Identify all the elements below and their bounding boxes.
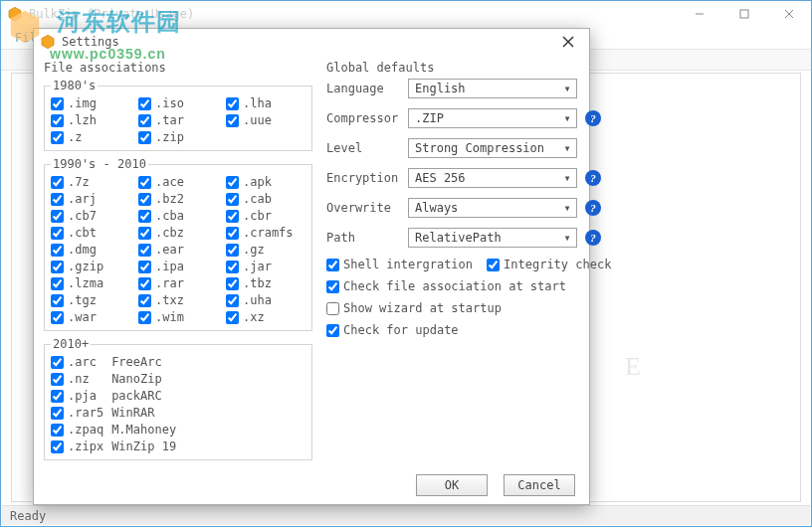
file-assoc-input-tar[interactable]: [138, 114, 151, 127]
file-assoc-input-cba[interactable]: [138, 210, 151, 223]
dialog-close-button[interactable]: [553, 30, 583, 54]
file-assoc-input-arc[interactable]: [51, 356, 64, 369]
file-assoc-cbr[interactable]: .cbr: [226, 209, 305, 223]
minimize-button[interactable]: [677, 1, 721, 27]
check-assoc-checkbox[interactable]: Check file association at start: [326, 279, 611, 293]
file-assoc-iso[interactable]: .iso: [138, 96, 218, 110]
file-assoc-input-gz[interactable]: [226, 244, 239, 257]
file-assoc-img[interactable]: .img: [51, 96, 130, 110]
shell-integration-input[interactable]: [326, 259, 339, 271]
file-assoc-pja[interactable]: .pja: [51, 389, 103, 403]
file-assoc-ipa[interactable]: .ipa: [138, 260, 218, 273]
file-assoc-input-tgz[interactable]: [51, 294, 64, 307]
check-update-checkbox[interactable]: Check for update: [326, 323, 611, 337]
path-combo[interactable]: RelativePath▾: [408, 228, 577, 248]
file-assoc-cbz[interactable]: .cbz: [138, 226, 218, 240]
file-assoc-input-gzip[interactable]: [51, 261, 64, 273]
file-assoc-input-nz[interactable]: [51, 373, 64, 386]
maximize-button[interactable]: [721, 1, 766, 27]
file-assoc-input-uha[interactable]: [226, 294, 239, 307]
file-assoc-input-cramfs[interactable]: [226, 227, 239, 240]
file-assoc-gzip[interactable]: .gzip: [51, 260, 130, 273]
file-assoc-input-zpaq[interactable]: [51, 424, 64, 437]
file-assoc-nz[interactable]: .nz: [51, 372, 103, 386]
file-assoc-cbt[interactable]: .cbt: [51, 226, 130, 240]
file-assoc-input-apk[interactable]: [226, 176, 239, 189]
file-assoc-input-iso[interactable]: [138, 97, 151, 110]
file-assoc-input-ace[interactable]: [138, 176, 151, 189]
path-help-icon[interactable]: ?: [585, 230, 601, 246]
ok-button[interactable]: OK: [416, 474, 488, 496]
integrity-check-input[interactable]: [487, 259, 500, 271]
file-assoc-input-rar[interactable]: [138, 277, 151, 290]
file-assoc-input-z[interactable]: [51, 131, 64, 144]
file-assoc-input-bz2[interactable]: [138, 193, 151, 206]
file-assoc-7z[interactable]: .7z: [51, 175, 130, 189]
file-assoc-input-xz[interactable]: [226, 311, 239, 324]
file-assoc-input-jar[interactable]: [226, 261, 239, 273]
file-assoc-uha[interactable]: .uha: [226, 293, 305, 307]
file-assoc-input-lzma[interactable]: [51, 277, 64, 290]
file-assoc-input-uue[interactable]: [226, 114, 239, 127]
integrity-check-checkbox[interactable]: Integrity check: [487, 258, 611, 271]
file-assoc-lha[interactable]: .lha: [226, 96, 305, 110]
encryption-help-icon[interactable]: ?: [585, 170, 601, 186]
overwrite-help-icon[interactable]: ?: [585, 200, 601, 216]
file-assoc-rar[interactable]: .rar: [138, 276, 218, 290]
file-assoc-input-arj[interactable]: [51, 193, 64, 206]
file-assoc-z[interactable]: .z: [51, 130, 130, 144]
file-assoc-lzh[interactable]: .lzh: [51, 113, 130, 127]
file-assoc-arj[interactable]: .arj: [51, 192, 130, 206]
file-assoc-input-dmg[interactable]: [51, 244, 64, 257]
file-assoc-wim[interactable]: .wim: [138, 310, 218, 324]
encryption-combo[interactable]: AES 256▾: [408, 168, 577, 188]
file-assoc-dmg[interactable]: .dmg: [51, 243, 130, 257]
file-assoc-input-cbz[interactable]: [138, 227, 151, 240]
file-assoc-input-cb7[interactable]: [51, 210, 64, 223]
file-assoc-input-img[interactable]: [51, 97, 64, 110]
file-assoc-uue[interactable]: .uue: [226, 113, 305, 127]
check-update-input[interactable]: [326, 324, 339, 337]
file-assoc-input-lha[interactable]: [226, 97, 239, 110]
overwrite-combo[interactable]: Always▾: [408, 198, 577, 218]
show-wizard-input[interactable]: [326, 302, 339, 315]
file-assoc-zip[interactable]: .zip: [138, 130, 218, 144]
file-assoc-ear[interactable]: .ear: [138, 243, 218, 257]
language-combo[interactable]: English▾: [408, 79, 577, 98]
compressor-help-icon[interactable]: ?: [585, 110, 601, 126]
file-assoc-rar5[interactable]: .rar5: [51, 406, 103, 420]
file-assoc-lzma[interactable]: .lzma: [51, 276, 130, 290]
file-assoc-cramfs[interactable]: .cramfs: [226, 226, 305, 240]
file-assoc-gz[interactable]: .gz: [226, 243, 305, 257]
file-assoc-input-cab[interactable]: [226, 193, 239, 206]
file-assoc-input-ear[interactable]: [138, 244, 151, 257]
file-assoc-txz[interactable]: .txz: [138, 293, 218, 307]
file-assoc-input-ipa[interactable]: [138, 261, 151, 273]
level-combo[interactable]: Strong Compression▾: [408, 138, 577, 158]
shell-integration-checkbox[interactable]: Shell intergration: [326, 258, 473, 271]
file-assoc-zpaq[interactable]: .zpaq: [51, 423, 103, 437]
file-assoc-ace[interactable]: .ace: [138, 175, 218, 189]
file-assoc-apk[interactable]: .apk: [226, 175, 305, 189]
file-assoc-jar[interactable]: .jar: [226, 260, 305, 273]
file-assoc-arc[interactable]: .arc: [51, 355, 103, 369]
file-assoc-input-cbt[interactable]: [51, 227, 64, 240]
file-assoc-zipx[interactable]: .zipx: [51, 440, 103, 453]
file-assoc-cab[interactable]: .cab: [226, 192, 305, 206]
show-wizard-checkbox[interactable]: Show wizard at startup: [326, 301, 611, 315]
file-assoc-cb7[interactable]: .cb7: [51, 209, 130, 223]
file-assoc-input-wim[interactable]: [138, 311, 151, 324]
file-assoc-input-txz[interactable]: [138, 294, 151, 307]
file-assoc-xz[interactable]: .xz: [226, 310, 305, 324]
file-assoc-input-tbz[interactable]: [226, 277, 239, 290]
file-assoc-input-zipx[interactable]: [51, 440, 64, 453]
file-assoc-tbz[interactable]: .tbz: [226, 276, 305, 290]
cancel-button[interactable]: Cancel: [504, 474, 575, 496]
file-assoc-war[interactable]: .war: [51, 310, 130, 324]
file-assoc-bz2[interactable]: .bz2: [138, 192, 218, 206]
file-assoc-input-pja[interactable]: [51, 390, 64, 403]
file-assoc-input-zip[interactable]: [138, 131, 151, 144]
close-button[interactable]: [766, 1, 811, 27]
check-assoc-input[interactable]: [326, 280, 339, 293]
compressor-combo[interactable]: .ZIP▾: [408, 108, 577, 128]
